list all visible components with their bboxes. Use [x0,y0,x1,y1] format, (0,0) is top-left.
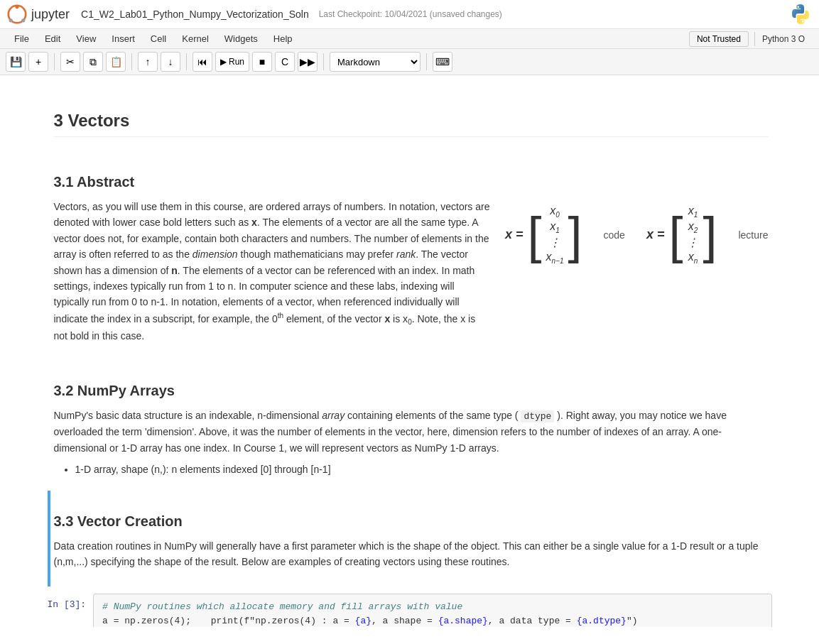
run-label: Run [229,57,244,67]
toolbar-sep-1 [54,53,55,70]
x0-entry: x0 [550,204,560,219]
code-print-1c: , a data type = [488,616,577,626]
run-icon: ▶ [220,57,227,67]
cell-numpy-arrays: 3.2 NumPy Arrays NumPy's basic data stru… [48,364,772,491]
run-prev-button[interactable]: ⏮ [192,52,212,72]
menu-file[interactable]: File [7,31,36,47]
checkpoint-info: Last Checkpoint: 10/04/2021 (unsaved cha… [319,9,502,19]
code-cell-wrapper: In [3]: # NumPy routines which allocate … [48,594,772,627]
trust-button[interactable]: Not Trusted [689,31,749,47]
menu-insert[interactable]: Insert [104,31,142,47]
xn1-entry: xn−1 [546,251,564,265]
vec-x-lecture: x = [646,227,665,242]
python-icon [789,3,812,26]
code-label: code [604,229,625,241]
code-line-2: a = np.zeros(4); print(f"np.zeros(4) : a… [102,614,762,627]
menubar: File Edit View Insert Cell Kernel Widget… [0,29,819,49]
section-31-title: 3.1 Abstract [54,174,769,190]
left-bracket-code: [ [528,209,542,261]
move-down-button[interactable]: ↓ [161,52,180,72]
run-button[interactable]: ▶ Run [215,52,249,72]
code-comment: # NumPy routines which allocate memory a… [102,601,462,612]
stop-button[interactable]: ■ [252,52,272,72]
toolbar-sep-2 [131,53,132,70]
right-bracket-code: ] [568,209,582,261]
vec-x-code: x = [505,227,524,242]
cell-type-select[interactable]: Markdown Code Raw NBConvert [330,52,421,72]
toolbar: 💾 + ✂ ⧉ 📋 ↑ ↓ ⏮ ▶ Run ■ C ▶▶ Markdown Co… [0,49,819,75]
left-bracket-lecture: [ [668,209,683,261]
keyboard-shortcut-button[interactable]: ⌨ [433,52,452,72]
section-33-title: 3.3 Vector Creation [54,513,769,530]
toolbar-sep-4 [323,53,324,70]
cell-in-label: In [3]: [48,594,94,610]
cut-button[interactable]: ✂ [60,52,80,72]
cell-vector-creation: 3.3 Vector Creation Data creation routin… [48,491,772,587]
code-print-1d: ") [627,616,638,626]
restart-button[interactable]: C [275,52,295,72]
section-3-title: 3 Vectors [54,111,769,137]
notebook-container: 3 Vectors 3.1 Abstract Vectors, as you w… [19,75,801,627]
code-line-1: # NumPy routines which allocate memory a… [102,600,762,614]
app-name: jupyter [31,7,70,22]
section-32-list: 1-D array, shape (n,): n elements indexe… [54,462,769,477]
copy-button[interactable]: ⧉ [83,52,103,72]
menu-help[interactable]: Help [266,31,300,47]
move-up-button[interactable]: ↑ [138,52,158,72]
cell-abstract: 3.1 Abstract Vectors, as you will use th… [48,155,772,364]
menu-cell[interactable]: Cell [143,31,173,47]
kernel-info: Python 3 O [754,32,812,46]
svg-point-2 [21,18,25,22]
run-all-button[interactable]: ▶▶ [298,52,318,72]
code-print-1: print(f"np.zeros(4) : a = [211,616,355,626]
xln-entry: xn [688,251,698,265]
paste-button[interactable]: 📋 [106,52,126,72]
code-assign-1a: a = np.zeros(4); [102,616,191,626]
lecture-label: lecture [738,229,768,241]
cell-vectors-header: 3 Vectors [48,89,772,155]
xl1-entry: x1 [688,204,698,219]
main-content: 3 Vectors 3.1 Abstract Vectors, as you w… [0,75,819,627]
notebook-title: C1_W2_Lab01_Python_Numpy_Vectorization_S… [81,9,309,20]
code-var-2: {a.shape} [438,616,488,626]
svg-point-3 [9,18,13,22]
jupyter-icon [7,4,27,24]
add-cell-button[interactable]: + [28,52,48,72]
save-button[interactable]: 💾 [6,52,26,72]
menu-kernel[interactable]: Kernel [175,31,216,47]
x1-entry: x1 [550,220,560,234]
vdots-code: ⋮ [549,236,560,249]
code-var-1: {a} [355,616,371,626]
right-bracket-lecture: ] [703,209,717,261]
list-item-1d: 1-D array, shape (n,): n elements indexe… [75,462,769,477]
menu-view[interactable]: View [69,31,103,47]
section-32-title: 3.2 NumPy Arrays [54,383,769,399]
section-33-text: Data creation routines in NumPy will gen… [54,538,769,570]
vdots-lec: ⋮ [687,236,698,249]
toolbar-sep-3 [186,53,187,70]
section-32-text: NumPy's basic data structure is an index… [54,408,769,457]
code-var-3: {a.dtype} [577,616,627,626]
menu-widgets[interactable]: Widgets [217,31,265,47]
menu-edit[interactable]: Edit [38,31,67,47]
section-31-text: Vectors, as you will use them in this co… [54,199,492,344]
topbar: jupyter C1_W2_Lab01_Python_Numpy_Vectori… [0,0,819,29]
jupyter-logo: jupyter [7,4,70,24]
toolbar-sep-5 [426,53,427,70]
code-cell-3: In [3]: # NumPy routines which allocate … [48,594,772,627]
code-print-1b: , a shape = [371,616,438,626]
svg-point-1 [15,5,18,9]
xl2-entry: x2 [688,220,698,234]
code-input[interactable]: # NumPy routines which allocate memory a… [93,594,771,627]
math-labels: code [604,229,625,241]
